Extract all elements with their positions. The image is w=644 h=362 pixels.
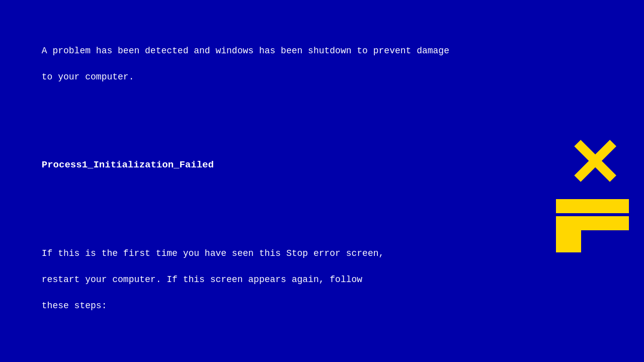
error-name-block: Process1_Initialization_Failed: [9, 145, 635, 186]
logo-bottom-top: [581, 216, 629, 230]
logo-container: ✕: [556, 131, 629, 252]
para1-line3: these steps:: [42, 301, 107, 311]
logo-bottom-shape: [556, 216, 629, 252]
logo-bottom-inner: [581, 216, 629, 252]
bsod-screen: A problem has been detected and windows …: [0, 0, 644, 362]
bsod-content: A problem has been detected and windows …: [9, 5, 635, 362]
para1-line1: If this is the first time you have seen …: [42, 248, 384, 258]
intro-line2: to your computer.: [42, 72, 134, 82]
intro-block: A problem has been detected and windows …: [9, 31, 635, 97]
logo-middle-bar: [556, 199, 629, 213]
intro-line1: A problem has been detected and windows …: [42, 46, 449, 56]
logo-x-symbol: ✕: [567, 131, 619, 196]
logo-bottom-left: [556, 216, 581, 252]
error-name: Process1_Initialization_Failed: [42, 159, 214, 170]
first-time-block: If this is the first time you have seen …: [9, 234, 635, 326]
para1-line2: restart your computer. If this screen ap…: [42, 275, 362, 285]
